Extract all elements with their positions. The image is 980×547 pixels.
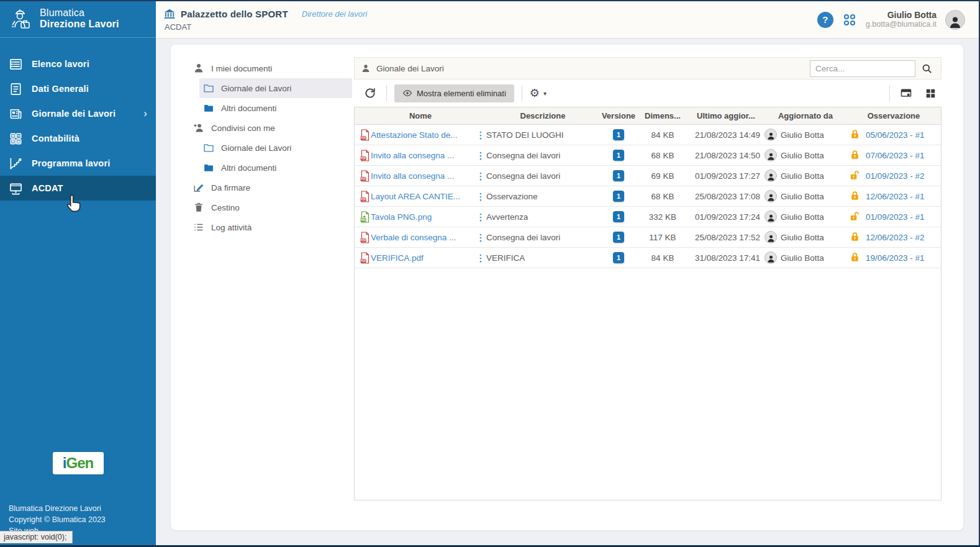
updated-by: Giulio Botta bbox=[764, 251, 846, 264]
column-header[interactable]: Osservazione bbox=[846, 111, 941, 120]
file-name-link[interactable]: Layout AREA CANTIE... bbox=[371, 192, 460, 201]
tree-item-cestino[interactable]: Cestino bbox=[189, 197, 352, 217]
trash-icon bbox=[193, 202, 204, 213]
svg-text:PDF: PDF bbox=[361, 238, 366, 242]
lock-closed-icon bbox=[850, 190, 860, 203]
last-updated: 31/08/2023 17:41 bbox=[687, 253, 764, 263]
help-button[interactable]: ? bbox=[817, 12, 833, 28]
row-menu-icon[interactable]: ⋮ bbox=[475, 253, 486, 263]
sidebar-footer: iGen Blumatica Direzione Lavori Copyrigh… bbox=[0, 452, 156, 536]
sidebar-item-dati-generali[interactable]: Dati Generali bbox=[0, 76, 156, 101]
tree-item-giornale-dei-lavori[interactable]: Giornale dei Lavori bbox=[199, 78, 352, 98]
sidebar-item-programma-lavori[interactable]: Programma lavori bbox=[0, 151, 156, 176]
signature-icon bbox=[193, 182, 204, 193]
table-body: PDFAttestazione Stato de...⋮STATO DEI LU… bbox=[355, 125, 941, 268]
observation-link[interactable]: 12/06/2023 - #2 bbox=[866, 233, 925, 242]
updated-by-name: Giulio Botta bbox=[781, 253, 824, 263]
lock-closed-icon bbox=[850, 251, 860, 264]
lock-closed-icon bbox=[850, 129, 860, 142]
grid-view-button[interactable] bbox=[922, 86, 939, 101]
table-row: PDFAttestazione Stato de...⋮STATO DEI LU… bbox=[355, 125, 941, 145]
settings-menu-button[interactable]: ⚙ ▾ bbox=[530, 88, 547, 99]
last-updated: 25/08/2023 17:52 bbox=[687, 233, 764, 242]
brand-line1: Blumatica bbox=[40, 7, 119, 19]
tree-item-label: Condivisi con me bbox=[211, 124, 275, 133]
activity-log-icon bbox=[193, 222, 204, 233]
sidebar-item-giornale-dei-lavori[interactable]: Giornale dei Lavori› bbox=[0, 101, 156, 126]
pdf-file-icon: PDF bbox=[355, 150, 371, 161]
tree-item-label: Log attività bbox=[211, 223, 252, 232]
row-menu-icon[interactable]: ⋮ bbox=[475, 130, 486, 140]
updated-by-name: Giulio Botta bbox=[781, 171, 824, 181]
search-input[interactable] bbox=[810, 60, 915, 77]
tree-item-condivisi-con-me[interactable]: Condivisi con me bbox=[189, 118, 352, 138]
user-info: Giulio Botta g.botta@blumatica.it bbox=[866, 10, 937, 30]
sidebar-item-acdat[interactable]: ACDAT bbox=[0, 176, 156, 201]
observation-link[interactable]: 07/06/2023 - #1 bbox=[866, 151, 925, 160]
file-name-link[interactable]: Invito alla consegna ... bbox=[371, 171, 454, 181]
building-icon bbox=[163, 8, 176, 20]
file-name-link[interactable]: Tavola PNG.png bbox=[371, 212, 432, 222]
avatar bbox=[764, 210, 777, 223]
list-table-icon bbox=[9, 57, 23, 71]
gantt-chart-icon bbox=[9, 156, 23, 171]
search-button[interactable] bbox=[915, 60, 938, 77]
observation-link[interactable]: 19/06/2023 - #1 bbox=[866, 253, 925, 263]
worker-logo-icon bbox=[7, 6, 32, 31]
browser-status-bar: javascript: void(0); bbox=[0, 531, 73, 543]
toolbar-separator bbox=[522, 85, 522, 101]
lock-closed-icon bbox=[850, 231, 860, 244]
file-size: 84 KB bbox=[638, 253, 687, 263]
file-name-link[interactable]: VERIFICA.pdf bbox=[371, 253, 424, 263]
topbar: Palazzetto dello SPORT Direttore dei lav… bbox=[156, 1, 979, 38]
observation-link[interactable]: 01/09/2023 - #2 bbox=[866, 171, 925, 181]
avatar bbox=[764, 149, 777, 161]
tree-item-i-miei-documenti[interactable]: I miei documenti bbox=[189, 58, 352, 78]
apps-grid-icon[interactable] bbox=[842, 12, 857, 27]
show-deleted-button[interactable]: Mostra elementi eliminati bbox=[394, 84, 514, 102]
tree-item-log-attività[interactable]: Log attività bbox=[189, 217, 352, 237]
column-header[interactable]: Dimens... bbox=[638, 111, 687, 120]
refresh-button[interactable] bbox=[361, 86, 379, 101]
row-menu-icon[interactable]: ⋮ bbox=[475, 151, 486, 160]
column-header[interactable]: Ultimo aggior... bbox=[687, 111, 764, 120]
version-badge: 1 bbox=[613, 211, 624, 222]
updated-by-name: Giulio Botta bbox=[781, 212, 824, 222]
file-description: Consegna dei lavori bbox=[486, 151, 599, 160]
observation-link[interactable]: 12/06/2023 - #1 bbox=[866, 192, 925, 201]
table-row: PDFInvito alla consegna ...⋮Consegna dei… bbox=[355, 166, 941, 186]
file-description: Consegna dei lavori bbox=[486, 171, 599, 181]
pdf-file-icon: PDF bbox=[355, 232, 371, 243]
sidebar-item-elenco-lavori[interactable]: Elenco lavori bbox=[0, 52, 156, 76]
tree-item-da-firmare[interactable]: Da firmare bbox=[189, 178, 352, 197]
row-menu-icon[interactable]: ⋮ bbox=[475, 212, 486, 222]
tree-item-altri-documenti[interactable]: Altri documenti bbox=[199, 98, 352, 118]
documents-panel: Gionale dei Lavori Most bbox=[354, 57, 941, 500]
column-header[interactable]: Nome bbox=[355, 111, 486, 120]
observation-link[interactable]: 01/09/2023 - #1 bbox=[866, 212, 925, 222]
tree-item-altri-documenti[interactable]: Altri documenti bbox=[199, 158, 352, 178]
row-menu-icon[interactable]: ⋮ bbox=[475, 171, 486, 181]
file-name-link[interactable]: Attestazione Stato de... bbox=[371, 130, 458, 140]
gear-icon: ⚙ bbox=[530, 88, 540, 99]
chevron-down-icon: ▾ bbox=[543, 90, 547, 97]
sidebar-item-contabilità[interactable]: Contabilità bbox=[0, 126, 156, 151]
file-name-link[interactable]: Verbale di consegna ... bbox=[371, 233, 456, 242]
column-header[interactable]: Descrizione bbox=[486, 111, 599, 120]
folder-outline-icon bbox=[203, 142, 214, 153]
table-empty-area bbox=[355, 268, 941, 500]
row-menu-icon[interactable]: ⋮ bbox=[475, 192, 486, 201]
preview-pane-button[interactable] bbox=[897, 86, 915, 101]
observation-link[interactable]: 05/06/2023 - #1 bbox=[866, 130, 925, 140]
tree-item-giornale-dei-lavori[interactable]: Giornale dei Lavori bbox=[199, 138, 352, 158]
file-name-link[interactable]: Invito alla consegna ... bbox=[371, 151, 454, 160]
user-avatar[interactable] bbox=[945, 10, 965, 30]
tree-item-label: I miei documenti bbox=[211, 64, 272, 73]
column-header[interactable]: Aggiornato da bbox=[764, 111, 846, 120]
column-header[interactable]: Versione bbox=[599, 111, 638, 120]
table-row: PDFLayout AREA CANTIE...⋮Osservazione168… bbox=[355, 186, 941, 207]
table-toolbar: Mostra elementi eliminati ⚙ ▾ bbox=[354, 79, 941, 107]
updated-by-name: Giulio Botta bbox=[781, 233, 824, 242]
tree-item-label: Altri documenti bbox=[221, 163, 276, 173]
row-menu-icon[interactable]: ⋮ bbox=[475, 233, 486, 242]
